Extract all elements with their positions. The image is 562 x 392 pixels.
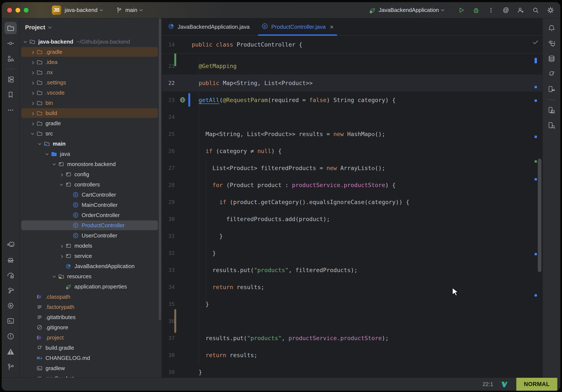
tree-item-build[interactable]: build <box>20 108 162 118</box>
tree-item-src[interactable]: src <box>20 128 162 139</box>
tree-chevron-icon[interactable] <box>29 89 36 96</box>
gradle-icon[interactable] <box>545 68 558 80</box>
gutter[interactable]: 36 <box>162 312 192 330</box>
code-line-22[interactable]: 22 public Map<String, List<Product>> <box>162 74 542 91</box>
tree-chevron-icon[interactable] <box>58 252 65 260</box>
vim-mode-badge[interactable]: NORMAL <box>516 378 557 391</box>
tree-item-maincontroller[interactable]: CMainController <box>20 200 162 210</box>
tree-item-build-gradle[interactable]: build.gradle <box>20 343 162 353</box>
tree-chevron-icon[interactable] <box>29 79 36 86</box>
gutter[interactable]: 25 <box>162 125 192 143</box>
vcs-change-marker[interactable] <box>188 93 190 107</box>
build-icon[interactable] <box>4 284 17 297</box>
running-devices-icon[interactable] <box>545 83 558 95</box>
tree-item--idea[interactable]: .idea <box>20 57 162 67</box>
search-icon[interactable] <box>532 6 539 14</box>
tree-item--vscode[interactable]: .vscode <box>20 88 162 98</box>
code-line-39[interactable]: 39 } <box>162 364 542 378</box>
tree-item-gradlew-bat[interactable]: gradlew.bat <box>20 373 162 378</box>
database-icon[interactable] <box>545 52 558 65</box>
tree-item-usercontroller[interactable]: CUserController <box>20 230 162 241</box>
tree-item-config[interactable]: config <box>20 169 162 179</box>
tree-item-java[interactable]: java <box>20 149 162 159</box>
git-branch-icon[interactable] <box>4 361 17 373</box>
gutter[interactable]: 28 <box>162 177 192 193</box>
services-icon[interactable] <box>4 299 17 312</box>
warnings-icon[interactable] <box>4 345 17 358</box>
project-logo[interactable]: JB <box>52 6 61 15</box>
zoom-window-button[interactable] <box>24 8 28 12</box>
tree-item-javabackendapplication[interactable]: JavaBackendApplication <box>20 261 162 271</box>
code-line-24[interactable]: 24 <box>162 108 542 125</box>
gutter[interactable]: 26 <box>162 143 192 159</box>
code-line-23[interactable]: 23 getAll(@RequestParam(required = false… <box>162 91 542 108</box>
tree-item--gradle[interactable]: .gradle <box>20 47 162 57</box>
kebab-menu-icon[interactable] <box>487 6 495 14</box>
tree-item-main[interactable]: main <box>20 139 162 149</box>
gutter[interactable]: 24 <box>162 108 192 125</box>
code-line-29[interactable]: 29 if (product.getCategory().equalsIgnor… <box>162 193 542 211</box>
code-line-25[interactable]: 25 Map<String, List<Product>> results = … <box>162 125 542 143</box>
gutter[interactable]: 32 <box>162 244 192 261</box>
gutter[interactable]: 38 <box>162 346 192 364</box>
tree-chevron-icon[interactable] <box>29 109 36 117</box>
commit-icon[interactable] <box>4 37 17 49</box>
gutter[interactable]: 34 <box>162 278 192 296</box>
gutter[interactable]: 31 <box>162 227 192 244</box>
tree-chevron-icon[interactable] <box>58 181 65 188</box>
minimize-window-button[interactable] <box>15 8 20 12</box>
tree-item--settings[interactable]: .settings <box>20 77 162 88</box>
code-line-35[interactable]: 35 } <box>162 296 542 312</box>
code-line-26[interactable]: 26 if (category ≠ null) { <box>162 143 542 159</box>
code-line-27[interactable]: 27 List<Product> filteredProducts = new … <box>162 159 542 177</box>
more-icon[interactable] <box>4 104 17 116</box>
code-line-36[interactable]: 36 <box>162 312 542 330</box>
gutter[interactable]: 22 <box>162 74 192 91</box>
tree-chevron-icon[interactable] <box>22 38 29 45</box>
gutter[interactable]: 23 <box>162 91 192 108</box>
code-line-34[interactable]: 34 return results; <box>162 278 542 296</box>
tree-item--classpath[interactable]: .classpath <box>20 292 162 302</box>
tree-item-resources[interactable]: resources <box>20 271 162 282</box>
tree-item-application-properties[interactable]: application.properties <box>20 282 162 292</box>
add-user-icon[interactable] <box>517 6 525 14</box>
gutter[interactable]: 27 <box>162 159 192 177</box>
tree-item-productcontroller[interactable]: CProductController <box>20 220 162 230</box>
tree-item-bin[interactable]: bin <box>20 98 162 108</box>
caret-position[interactable]: 22:1 <box>482 381 493 388</box>
tree-chevron-icon[interactable] <box>29 48 36 56</box>
close-tab-icon[interactable]: × <box>330 24 334 31</box>
incognito-icon[interactable] <box>4 254 17 266</box>
tree-chevron-icon[interactable] <box>58 242 65 249</box>
code-line-38[interactable]: 38 return results; <box>162 346 542 364</box>
tree-chevron-icon[interactable] <box>29 69 36 76</box>
tree-chevron-icon[interactable] <box>29 120 36 127</box>
tree-chevron-icon[interactable] <box>43 150 51 157</box>
code-line-30[interactable]: 30 filteredProducts.add(product); <box>162 211 542 227</box>
tree-item--gitignore[interactable]: .gitignore <box>20 322 162 333</box>
tree-chevron-icon[interactable] <box>29 99 36 107</box>
tree-item--gitattributes[interactable]: .gitattributes <box>20 312 162 322</box>
copilot-icon[interactable] <box>4 238 17 251</box>
gutter[interactable]: 39 <box>162 364 192 378</box>
code-line-32[interactable]: 32 } <box>162 244 542 261</box>
tree-item--project[interactable]: .project <box>20 333 162 343</box>
code-line-21[interactable]: 21 @GetMapping <box>162 57 542 74</box>
tree-item-gradle[interactable]: gradle <box>20 118 162 128</box>
tree-chevron-icon[interactable] <box>51 161 58 168</box>
terminal-icon[interactable] <box>4 315 17 327</box>
run-configuration-widget[interactable]: JavaBackendApplication <box>369 6 444 14</box>
code-viewport[interactable]: 21 @GetMapping22 public Map<String, List… <box>162 54 542 378</box>
tree-chevron-icon[interactable] <box>51 273 58 280</box>
tree-item-java-backend[interactable]: java-backend~/Github/java-backend <box>20 36 162 47</box>
editor-tab-javabackendapplication-java[interactable]: JavaBackendApplication.java <box>162 18 256 36</box>
problems-icon[interactable] <box>4 330 17 343</box>
bookmarks-icon[interactable] <box>4 89 17 101</box>
layout-inspector-icon[interactable] <box>545 119 558 131</box>
gutter[interactable]: 14 <box>162 36 192 53</box>
structure-icon[interactable] <box>4 52 17 65</box>
tree-item--factorypath[interactable]: .factorypath <box>20 302 162 312</box>
gutter[interactable]: 37 <box>162 330 192 346</box>
profiler-icon[interactable] <box>4 269 17 281</box>
editor-tab-productcontroller-java[interactable]: CProductController.java× <box>256 18 340 36</box>
